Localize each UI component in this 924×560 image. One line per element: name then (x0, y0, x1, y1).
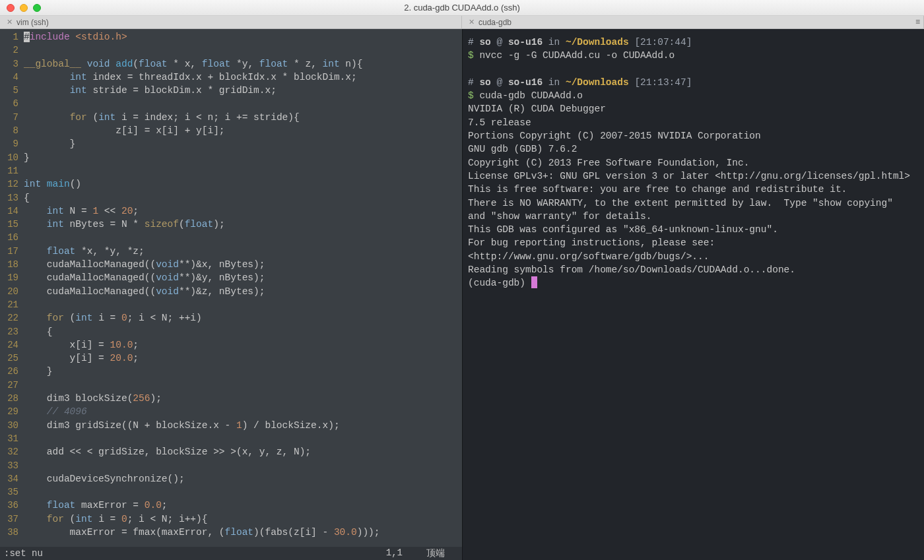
tab-vim-label: vim (ssh) (16, 18, 49, 27)
tab-cuda-gdb-label: cuda-gdb (478, 18, 512, 27)
tab-menu-icon[interactable]: ≡ (915, 17, 920, 26)
code-content[interactable]: #include <stdio.h> __global__ void add(f… (24, 30, 462, 547)
terminal-pane[interactable]: # so @ so-u16 in ~/Downloads [21:07:44] … (462, 29, 924, 560)
vim-pane[interactable]: 1234567891011121314151617181920212223242… (0, 29, 462, 560)
tab-vim[interactable]: ✕ vim (ssh) (0, 16, 462, 28)
split-panes: 1234567891011121314151617181920212223242… (0, 29, 924, 560)
terminal-output[interactable]: # so @ so-u16 in ~/Downloads [21:07:44] … (463, 29, 924, 296)
tab-cuda-gdb[interactable]: ✕ cuda-gdb (462, 16, 924, 28)
line-number-gutter: 1234567891011121314151617181920212223242… (0, 30, 24, 547)
window-title: 2. cuda-gdb CUDAAdd.o (ssh) (0, 3, 924, 13)
vim-status-command: :set nu (4, 548, 43, 559)
window-titlebar: 2. cuda-gdb CUDAAdd.o (ssh) (0, 0, 924, 16)
vim-status-position: 1,1 (386, 547, 403, 559)
vim-statusbar: :set nu 1,1 顶端 (0, 547, 462, 560)
tab-close-icon[interactable]: ✕ (469, 18, 475, 26)
vim-editor[interactable]: 1234567891011121314151617181920212223242… (0, 29, 462, 560)
vim-status-scroll: 顶端 (426, 547, 445, 559)
tab-close-icon[interactable]: ✕ (7, 18, 13, 26)
tabbar: ✕ vim (ssh) ✕ cuda-gdb ≡ (0, 16, 924, 29)
